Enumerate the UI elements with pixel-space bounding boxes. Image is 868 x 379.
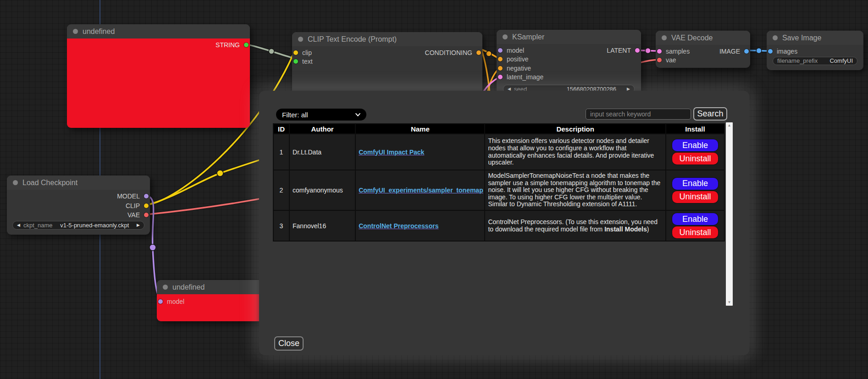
node-title: undefined [172,283,205,291]
node-body-error: STRING [67,38,250,128]
extension-id: 1 [273,134,289,170]
extensions-table-body: 1Dr.Lt.DataComfyUI Impact PackThis exten… [273,134,724,241]
collapse-dot-icon[interactable] [298,37,303,42]
widget-value: ComfyUI [829,57,853,64]
uninstall-button[interactable]: Uninstall [672,226,718,238]
extension-row: 2comfyanonymousComfyUI_experiments/sampl… [273,170,724,210]
extensions-table: IDAuthorNameDescriptionInstall 1Dr.Lt.Da… [273,123,725,242]
extension-description: ModelSamplerTonemapNoiseTest a node that… [485,170,665,210]
extension-author: Fannovel16 [289,210,355,241]
node-header[interactable]: undefined [157,280,260,294]
node-title: Save Image [782,34,821,42]
extension-manager-modal: Filter: all Search IDAuthorNameDescripti… [259,91,749,355]
table-scrollbar[interactable]: ▲ ▼ [726,122,733,306]
extension-link[interactable]: ControlNet Preprocessors [359,222,438,230]
input-port-positive[interactable] [498,57,503,61]
node-clip-text-encode[interactable]: CLIP Text Encode (Prompt) clip CONDITION… [292,32,482,96]
enable-button[interactable]: Enable [672,178,718,190]
input-label-images: images [777,48,797,55]
input-label-text: text [302,58,313,65]
node-undefined-top[interactable]: undefined STRING [67,24,250,128]
extension-author: comfyanonymous [289,170,355,210]
extension-actions: EnableUninstall [666,210,724,241]
scroll-down-icon[interactable]: ▼ [728,301,731,304]
close-button[interactable]: Close [274,336,304,351]
enable-button[interactable]: Enable [672,139,718,151]
widget-value: v1-5-pruned-emaonly.ckpt [56,222,134,229]
widget-label: ckpt_name [23,222,53,229]
node-title: undefined [83,27,115,36]
increment-arrow-icon[interactable]: ▶ [137,223,140,227]
collapse-dot-icon[interactable] [163,285,168,290]
uninstall-button[interactable]: Uninstall [672,191,718,203]
node-header[interactable]: KSampler [497,30,641,44]
input-port-negative[interactable] [498,66,503,71]
node-header[interactable]: undefined [67,24,250,38]
input-label-positive: positive [507,55,528,63]
output-port-clip[interactable] [144,203,149,208]
collapse-dot-icon[interactable] [13,180,18,185]
extension-description: This extension offers various detector n… [485,134,665,170]
node-title: CLIP Text Encode (Prompt) [308,35,397,44]
input-port-model[interactable] [158,299,163,304]
filter-select-value: Filter: all [282,111,308,119]
node-header[interactable]: VAE Decode [656,31,750,45]
extension-row: 1Dr.Lt.DataComfyUI Impact PackThis exten… [273,134,724,170]
output-port-conditioning[interactable] [476,50,481,55]
comfyui-canvas[interactable]: undefined STRING CLIP Text Encode (Promp… [0,0,868,379]
extension-id: 3 [273,210,289,241]
node-undefined-bottom[interactable]: undefined model [157,280,260,321]
table-header-row: IDAuthorNameDescriptionInstall [273,124,724,134]
chevron-down-icon [355,113,360,116]
search-button[interactable]: Search [693,107,727,121]
node-header[interactable]: Save Image [767,31,863,45]
input-port-latent-image[interactable] [498,75,503,79]
scroll-up-icon[interactable]: ▲ [728,124,731,127]
uninstall-button[interactable]: Uninstall [672,153,718,165]
input-label-vae: vae [666,56,676,64]
extension-id: 2 [273,170,289,210]
input-label-model: model [507,47,524,54]
input-port-text[interactable] [293,59,298,64]
node-header[interactable]: Load Checkpoint [7,176,150,190]
extension-link[interactable]: ComfyUI Impact Pack [359,148,424,156]
input-port-model[interactable] [498,48,503,53]
extension-row: 3Fannovel16ControlNet PreprocessorsContr… [273,210,724,241]
node-ksampler[interactable]: KSampler model LATENT positive negative … [497,30,641,96]
input-port-vae[interactable] [657,58,662,62]
column-header: Install [666,124,724,134]
output-port-latent[interactable] [635,48,640,53]
extensions-table-container[interactable]: IDAuthorNameDescriptionInstall 1Dr.Lt.Da… [273,123,733,306]
input-label-samples: samples [666,48,690,55]
search-input[interactable] [586,109,691,120]
input-port-clip[interactable] [293,50,298,55]
output-label-model: MODEL [117,192,140,200]
node-header[interactable]: CLIP Text Encode (Prompt) [292,32,482,46]
output-label-string: STRING [216,41,240,49]
ckpt-name-widget[interactable]: ◀ ckpt_name v1-5-pruned-emaonly.ckpt ▶ [12,221,144,230]
extension-link[interactable]: ComfyUI_experiments/sampler_tonemap [359,187,483,194]
output-port-vae[interactable] [144,213,149,217]
output-port-model[interactable] [144,194,149,198]
output-port-image[interactable] [744,49,749,54]
decrement-arrow-icon[interactable]: ◀ [17,223,20,227]
filename-prefix-widget[interactable]: filename_prefix ComfyUI [773,57,857,65]
input-port-samples[interactable] [657,49,662,54]
output-label-vae: VAE [127,211,140,219]
filter-select[interactable]: Filter: all [276,109,366,121]
input-port-images[interactable] [768,49,773,54]
node-load-checkpoint[interactable]: Load Checkpoint MODEL CLIP VAE ◀ ckpt_na… [7,176,150,235]
extension-author: Dr.Lt.Data [289,134,355,170]
node-vae-decode[interactable]: VAE Decode samples IMAGE vae [656,31,750,68]
collapse-dot-icon[interactable] [503,34,508,39]
node-title: VAE Decode [671,34,713,42]
collapse-dot-icon[interactable] [662,35,667,40]
collapse-dot-icon[interactable] [773,35,778,40]
node-title: KSampler [512,33,544,41]
collapse-dot-icon[interactable] [73,29,78,34]
enable-button[interactable]: Enable [672,213,718,225]
node-save-image[interactable]: Save Image images filename_prefix ComfyU… [767,31,863,70]
input-label-model: model [167,298,184,305]
output-port-string[interactable] [244,43,249,47]
extension-description: ControlNet Preprocessors. (To use this e… [485,210,665,241]
